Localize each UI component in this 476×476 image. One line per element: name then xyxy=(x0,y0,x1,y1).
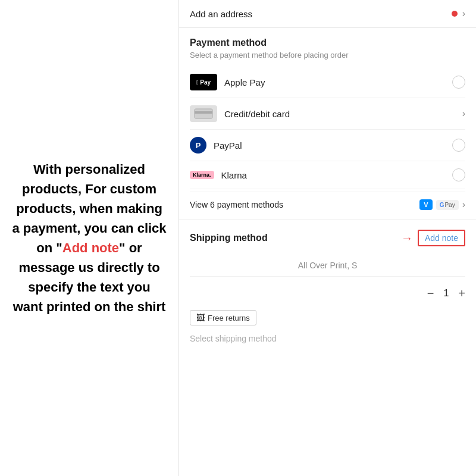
payment-subtitle: Select a payment method before placing o… xyxy=(190,51,465,60)
free-returns-label: Free returns xyxy=(208,314,250,322)
add-note-wrapper: → Add note xyxy=(401,230,465,246)
paypal-label: PayPal xyxy=(214,140,242,151)
klarna-radio[interactable] xyxy=(452,168,465,181)
view-more-label: View 6 payment methods xyxy=(190,200,283,209)
left-panel: With personalized products, For custom p… xyxy=(0,0,178,476)
klarna-label: Klarna xyxy=(221,170,247,180)
add-note-highlight: Add note xyxy=(62,240,119,255)
address-row[interactable]: Add an address › xyxy=(179,0,476,28)
credit-card-label: Credit/debit card xyxy=(224,109,290,119)
free-returns-icon: 🖼 xyxy=(196,313,205,322)
shipping-title: Shipping method xyxy=(190,233,268,243)
paypal-radio[interactable] xyxy=(452,139,465,152)
credit-card-icon xyxy=(190,105,217,122)
quantity-row: − 1 + xyxy=(190,283,465,304)
credit-card-chevron-icon: › xyxy=(462,108,465,119)
payment-title: Payment method xyxy=(190,37,465,48)
payment-method-klarna[interactable]: Klarna. Klarna xyxy=(190,161,465,189)
quantity-increase-button[interactable]: + xyxy=(458,287,465,299)
apple-pay-radio[interactable] xyxy=(452,76,465,89)
right-panel: Add an address › Payment method Select a… xyxy=(178,0,476,476)
payment-method-credit-card[interactable]: Credit/debit card › xyxy=(190,98,465,130)
apple-pay-icon:  Pay xyxy=(190,74,217,90)
shipping-header: Shipping method → Add note xyxy=(190,230,465,246)
apple-pay-label: Apple Pay xyxy=(224,77,265,87)
view-more-chevron-icon: › xyxy=(462,199,465,210)
add-note-button[interactable]: Add note xyxy=(418,230,465,246)
paypal-icon: P xyxy=(190,137,206,154)
gpay-icon: GPay xyxy=(436,200,459,210)
address-chevron-icon: › xyxy=(462,8,465,19)
klarna-icon: Klarna. xyxy=(190,171,214,179)
instruction-text: With personalized products, For custom p… xyxy=(12,159,167,317)
arrow-right-icon: → xyxy=(401,231,413,245)
free-returns-badge: 🖼 Free returns xyxy=(190,310,256,325)
view-more-row[interactable]: View 6 payment methods V GPay › xyxy=(190,192,465,210)
address-row-left: Add an address xyxy=(190,9,252,19)
payment-method-apple-pay[interactable]:  Pay Apple Pay xyxy=(190,67,465,98)
payment-method-paypal[interactable]: P PayPal xyxy=(190,130,465,161)
address-label: Add an address xyxy=(190,9,252,19)
quantity-value: 1 xyxy=(443,288,449,299)
payment-section: Payment method Select a payment method b… xyxy=(179,28,476,220)
select-shipping-label: Select shipping method xyxy=(190,331,465,343)
red-dot-icon xyxy=(452,11,458,17)
svg-rect-1 xyxy=(195,111,212,114)
shipping-section: Shipping method → Add note All Over Prin… xyxy=(179,220,476,353)
product-label: All Over Print, S xyxy=(190,255,465,277)
venmo-icon: V xyxy=(419,199,432,210)
quantity-decrease-button[interactable]: − xyxy=(427,287,434,299)
